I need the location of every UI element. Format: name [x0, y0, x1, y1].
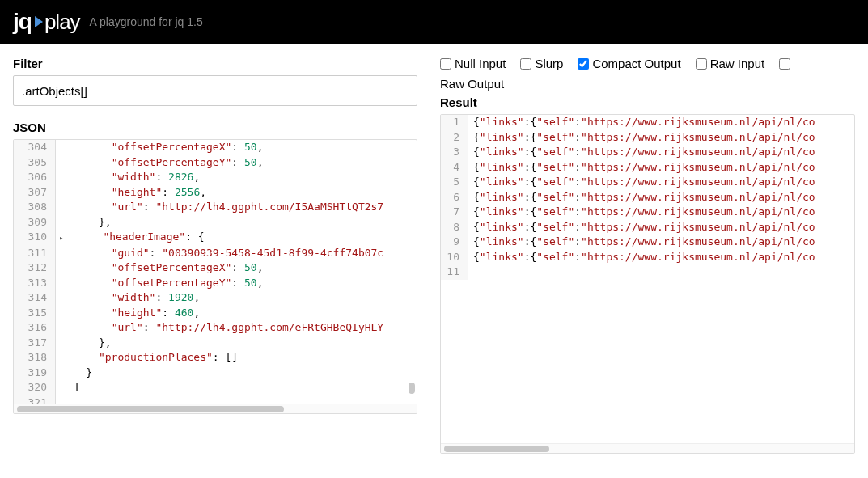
code-content: ▸ "headerImage": { — [56, 230, 205, 246]
horizontal-scrollbar-track[interactable] — [441, 443, 854, 453]
code-line[interactable]: 318 "productionPlaces": [] — [14, 350, 417, 366]
logo[interactable]: jq play — [13, 9, 80, 35]
code-content: "height": 2556, — [56, 185, 206, 201]
horizontal-scrollbar[interactable] — [17, 406, 284, 412]
result-label: Result — [440, 95, 855, 109]
code-line[interactable]: 1{"links":{"self":"https://www.rijksmuse… — [441, 115, 854, 130]
code-content: {"links":{"self":"https://www.rijksmuseu… — [468, 250, 815, 265]
code-line[interactable]: 2{"links":{"self":"https://www.rijksmuse… — [441, 130, 854, 146]
code-line[interactable]: 320 ] — [14, 380, 417, 396]
code-line[interactable]: 310▸ "headerImage": { — [14, 230, 417, 246]
json-label: JSON — [13, 121, 417, 134]
code-line[interactable]: 7{"links":{"self":"https://www.rijksmuse… — [441, 205, 854, 220]
code-content: "url": "http://lh4.ggpht.com/eFRtGHBeQIy… — [56, 320, 383, 336]
left-panel: Filter JSON 304 "offsetPercentageX": 50,… — [13, 57, 417, 454]
tagline-prefix: A playground for — [90, 15, 176, 28]
code-line[interactable]: 3{"links":{"self":"https://www.rijksmuse… — [441, 145, 854, 160]
code-line[interactable]: 319 } — [14, 366, 417, 381]
code-content: {"links":{"self":"https://www.rijksmuseu… — [468, 160, 815, 176]
code-line[interactable]: 4{"links":{"self":"https://www.rijksmuse… — [441, 160, 854, 176]
result-editor[interactable]: 1{"links":{"self":"https://www.rijksmuse… — [440, 114, 855, 454]
play-icon — [35, 16, 43, 27]
vertical-scrollbar[interactable] — [409, 383, 415, 394]
line-number: 310 — [14, 230, 56, 246]
code-line[interactable]: 314 "width": 1920, — [14, 290, 417, 306]
code-line[interactable]: 304 "offsetPercentageX": 50, — [14, 140, 417, 155]
code-content: "offsetPercentageY": 50, — [56, 155, 263, 171]
raw-output-label: Raw Output — [440, 77, 855, 91]
code-line[interactable]: 312 "offsetPercentageX": 50, — [14, 260, 417, 276]
line-number: 317 — [14, 336, 56, 351]
right-panel: Null InputSlurpCompact OutputRaw Input R… — [440, 57, 855, 454]
code-content: ] — [56, 380, 79, 396]
line-number: 318 — [14, 350, 56, 366]
code-content: {"links":{"self":"https://www.rijksmuseu… — [468, 235, 815, 250]
line-number: 8 — [441, 220, 468, 235]
line-number: 2 — [441, 130, 468, 146]
json-editor[interactable]: 304 "offsetPercentageX": 50,305 "offsetP… — [13, 139, 417, 414]
line-number: 321 — [14, 396, 56, 404]
code-line[interactable]: 307 "height": 2556, — [14, 185, 417, 201]
code-content — [56, 396, 61, 404]
option-null-input[interactable]: Null Input — [440, 57, 506, 70]
code-content: "offsetPercentageX": 50, — [56, 140, 263, 155]
option-checkbox[interactable] — [779, 58, 790, 70]
line-number: 308 — [14, 200, 56, 215]
code-content — [468, 264, 473, 280]
code-line[interactable]: 6{"links":{"self":"https://www.rijksmuse… — [441, 190, 854, 205]
code-content: {"links":{"self":"https://www.rijksmuseu… — [468, 145, 815, 160]
filter-input[interactable] — [13, 75, 417, 106]
code-content: {"links":{"self":"https://www.rijksmuseu… — [468, 190, 815, 205]
code-line[interactable]: 306 "width": 2826, — [14, 170, 417, 185]
line-number: 313 — [14, 276, 56, 291]
code-content: {"links":{"self":"https://www.rijksmuseu… — [468, 130, 815, 146]
option-raw-input[interactable]: Raw Input — [696, 57, 765, 70]
code-line[interactable]: 308 "url": "http://lh4.ggpht.com/I5AaMSH… — [14, 200, 417, 215]
line-number: 312 — [14, 260, 56, 276]
code-line[interactable]: 9{"links":{"self":"https://www.rijksmuse… — [441, 235, 854, 250]
tagline: A playground for jq 1.5 — [90, 15, 203, 28]
main-area: Filter JSON 304 "offsetPercentageX": 50,… — [0, 44, 868, 467]
code-line[interactable]: 321 — [14, 396, 417, 404]
option-checkbox[interactable] — [696, 58, 707, 70]
option-slurp[interactable]: Slurp — [520, 57, 563, 70]
code-line[interactable]: 8{"links":{"self":"https://www.rijksmuse… — [441, 220, 854, 235]
option-label: Null Input — [455, 57, 506, 70]
code-line[interactable]: 305 "offsetPercentageY": 50, — [14, 155, 417, 171]
line-number: 1 — [441, 115, 468, 130]
option-checkbox[interactable] — [440, 58, 451, 70]
code-line[interactable]: 313 "offsetPercentageY": 50, — [14, 276, 417, 291]
line-number: 10 — [441, 250, 468, 265]
jq-link[interactable]: jq — [175, 15, 184, 28]
line-number: 307 — [14, 185, 56, 201]
code-content: {"links":{"self":"https://www.rijksmuseu… — [468, 175, 815, 190]
code-line[interactable]: 5{"links":{"self":"https://www.rijksmuse… — [441, 175, 854, 190]
code-content: "width": 2826, — [56, 170, 200, 185]
code-content: }, — [56, 336, 112, 351]
line-number: 315 — [14, 306, 56, 321]
line-number: 11 — [441, 264, 468, 280]
code-line[interactable]: 315 "height": 460, — [14, 306, 417, 321]
logo-jq-text: jq — [13, 9, 32, 35]
code-content: "width": 1920, — [56, 290, 200, 306]
option-compact-output[interactable]: Compact Output — [578, 57, 680, 70]
horizontal-scrollbar-track[interactable] — [14, 404, 417, 413]
line-number: 319 — [14, 366, 56, 381]
code-line[interactable]: 309 }, — [14, 215, 417, 231]
code-line[interactable]: 311 "guid": "00390939-5458-45d1-8f99-4cf… — [14, 246, 417, 261]
code-line[interactable]: 11 — [441, 264, 854, 280]
option-extra[interactable] — [779, 58, 790, 70]
line-number: 9 — [441, 235, 468, 250]
code-line[interactable]: 316 "url": "http://lh4.ggpht.com/eFRtGHB… — [14, 320, 417, 336]
line-number: 305 — [14, 155, 56, 171]
tagline-suffix: 1.5 — [184, 15, 202, 28]
code-content: "offsetPercentageY": 50, — [56, 276, 263, 291]
line-number: 5 — [441, 175, 468, 190]
option-checkbox[interactable] — [520, 58, 531, 70]
option-checkbox[interactable] — [578, 58, 589, 70]
code-line[interactable]: 317 }, — [14, 336, 417, 351]
code-line[interactable]: 10{"links":{"self":"https://www.rijksmus… — [441, 250, 854, 265]
line-number: 320 — [14, 380, 56, 396]
horizontal-scrollbar[interactable] — [444, 446, 549, 452]
code-content: "productionPlaces": [] — [56, 350, 238, 366]
